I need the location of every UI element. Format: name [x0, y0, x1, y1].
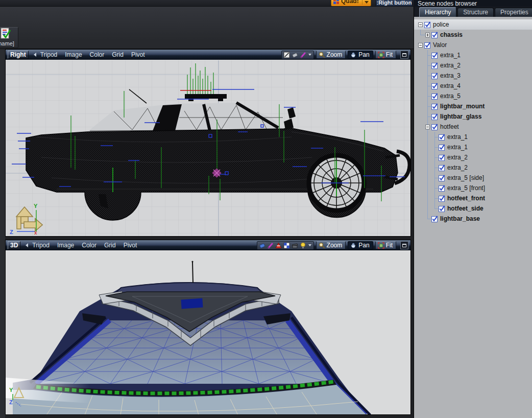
visibility-checkbox[interactable] — [439, 175, 445, 181]
viewport-right-tools: Zoom Pan Fit — [281, 51, 408, 59]
pan-button[interactable]: Pan — [348, 241, 373, 249]
eraser-blue-icon[interactable] — [259, 242, 265, 249]
tree-node-extra_3[interactable]: extra_3 — [414, 71, 532, 81]
tree-node-extra_2[interactable]: extra_2 — [414, 152, 532, 162]
tree-node-extra_5-side-[interactable]: extra_5 [side] — [414, 173, 532, 183]
visibility-checkbox[interactable] — [439, 205, 445, 212]
menu-pivot[interactable]: Pivot — [131, 51, 145, 58]
visibility-checkbox[interactable] — [431, 73, 438, 79]
tree-node-extra_1[interactable]: extra_1 — [414, 132, 532, 142]
visibility-checkbox[interactable] — [424, 42, 431, 49]
visibility-checkbox[interactable] — [431, 62, 438, 69]
eraser-icon[interactable] — [292, 52, 298, 58]
right-button-setting[interactable]: :Right button — [376, 0, 413, 7]
viewport-3d-title[interactable]: 3D — [8, 241, 20, 249]
collapse-left-icon[interactable] — [26, 243, 28, 247]
tree-node-extra_2[interactable]: extra_2 — [414, 60, 532, 71]
visibility-checkbox[interactable] — [439, 154, 445, 161]
svg-text:x: x — [34, 230, 37, 236]
tree-node-lightbar_mount[interactable]: lightbar_mount — [414, 101, 532, 111]
visibility-checkbox[interactable] — [431, 103, 438, 110]
edge-draw-icon[interactable] — [283, 52, 290, 58]
tree-node-lightbar_base[interactable]: lightbar_base — [414, 214, 532, 224]
visibility-checkbox[interactable] — [431, 83, 438, 89]
pen-icon[interactable] — [300, 52, 306, 58]
pan-button[interactable]: Pan — [348, 51, 373, 59]
visibility-checkbox[interactable] — [431, 216, 438, 222]
tab-structure[interactable]: Structure — [457, 8, 494, 17]
tree-node-extra_2[interactable]: extra_2 — [414, 162, 532, 173]
pen-icon[interactable] — [267, 242, 274, 249]
fit-button[interactable]: Fit — [375, 241, 396, 249]
tree-node-extra_5-front-[interactable]: extra_5 [front] — [414, 183, 532, 193]
quad-layout-button[interactable]: Quad! — [331, 0, 371, 7]
node-label: extra_2 — [447, 154, 468, 161]
name-check-label: [name] — [0, 40, 14, 47]
collapse-left-icon[interactable] — [34, 53, 36, 57]
visibility-checkbox[interactable] — [439, 134, 445, 141]
node-label: extra_1 — [440, 52, 461, 59]
name-check-button[interactable]: [name] — [0, 27, 18, 48]
tree-node-hotfeet[interactable]: hotfeet — [414, 122, 532, 132]
node-label: police — [433, 21, 449, 28]
tree-node-extra_1[interactable]: extra_1 — [414, 50, 532, 60]
menu-pivot[interactable]: Pivot — [124, 242, 137, 249]
node-label: hotfeet_front — [447, 195, 485, 202]
visibility-checkbox[interactable] — [439, 165, 445, 171]
zoom-button[interactable]: Zoom — [316, 241, 346, 249]
maximize-viewport-button[interactable] — [400, 241, 408, 249]
viewport-right-canvas[interactable]: Y Z x — [6, 60, 410, 236]
fit-button[interactable]: Fit — [375, 51, 396, 59]
node-label: extra_4 — [440, 82, 461, 89]
visibility-checkbox[interactable] — [424, 21, 431, 28]
visibility-checkbox[interactable] — [439, 195, 445, 202]
visibility-checkbox[interactable] — [431, 124, 438, 130]
chevron-down-icon[interactable] — [308, 244, 311, 246]
visibility-checkbox[interactable] — [431, 113, 438, 120]
tree-node-police[interactable]: police — [414, 19, 532, 30]
tree-node-extra_1[interactable]: extra_1 — [414, 142, 532, 152]
menu-grid[interactable]: Grid — [112, 51, 124, 58]
menu-tripod[interactable]: Tripod — [32, 242, 50, 249]
visibility-checkbox[interactable] — [439, 144, 445, 151]
menu-image[interactable]: Image — [57, 242, 74, 249]
collapse-toggle[interactable] — [418, 43, 423, 48]
clapperboard-icon[interactable] — [292, 242, 298, 249]
viewport-3d-canvas[interactable]: Y Z — [6, 250, 410, 414]
tree-node-extra_4[interactable]: extra_4 — [414, 81, 532, 91]
window-left-edge — [0, 49, 5, 418]
chevron-down-icon[interactable] — [365, 1, 369, 4]
viewport-right-title[interactable]: Right — [8, 51, 29, 59]
expand-toggle[interactable] — [425, 33, 430, 37]
lightbulb-icon[interactable] — [300, 242, 306, 249]
zoom-button[interactable]: Zoom — [316, 51, 346, 59]
svg-text:Y: Y — [9, 387, 13, 393]
visibility-checkbox[interactable] — [431, 32, 438, 38]
maximize-viewport-button[interactable] — [400, 51, 408, 59]
visibility-checkbox[interactable] — [431, 52, 438, 59]
menu-color[interactable]: Color — [90, 51, 105, 58]
tab-hierarchy[interactable]: Hierarchy — [419, 7, 456, 17]
tree-node-lightbar_glass[interactable]: lightbar_glass — [414, 111, 532, 122]
tree-node-hotfeet_front[interactable]: hotfeet_front — [414, 193, 532, 203]
cone-icon[interactable] — [275, 242, 282, 249]
tab-properties[interactable]: Properties — [495, 8, 532, 17]
collapse-toggle[interactable] — [425, 125, 430, 129]
texture-checker-icon[interactable] — [283, 242, 290, 249]
right-button-label: :Right button — [376, 0, 412, 6]
menu-grid[interactable]: Grid — [104, 242, 116, 249]
visibility-checkbox[interactable] — [439, 185, 445, 192]
chevron-down-icon[interactable] — [308, 54, 311, 56]
pan-label: Pan — [358, 51, 369, 58]
tree-node-extra_5[interactable]: extra_5 — [414, 91, 532, 101]
tree-node-chassis[interactable]: chassis — [414, 30, 532, 40]
visibility-checkbox[interactable] — [431, 93, 438, 100]
menu-color[interactable]: Color — [82, 242, 96, 249]
menu-image[interactable]: Image — [65, 51, 82, 58]
menu-tripod[interactable]: Tripod — [40, 51, 58, 58]
tree-node-Valor[interactable]: Valor — [414, 40, 532, 50]
collapse-toggle[interactable] — [418, 22, 423, 27]
tree-node-hotfeet_side[interactable]: hotfeet_side — [414, 203, 532, 214]
hand-icon — [350, 242, 357, 249]
node-label: hotfeet_side — [447, 205, 483, 212]
